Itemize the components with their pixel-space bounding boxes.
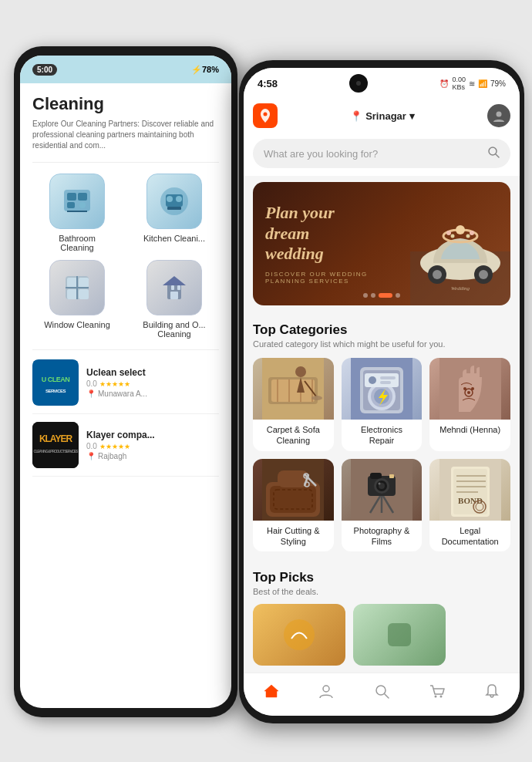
- svg-point-106: [376, 686, 386, 695]
- back-vendor-klayer[interactable]: KLAYER CLEANING & PRODUCT SERVICES Klaye…: [32, 422, 219, 477]
- svg-point-30: [264, 113, 268, 116]
- cat-carpet-sofa-label: Carpet & SofaCleaning: [262, 420, 325, 451]
- top-categories-subtitle: Curated category list which might be use…: [253, 339, 510, 349]
- svg-point-56: [311, 396, 322, 400]
- svg-line-107: [385, 694, 389, 698]
- svg-point-71: [471, 387, 474, 390]
- cat-electronics[interactable]: ElectronicsRepair: [342, 358, 423, 451]
- cat-hair[interactable]: Hair Cutting &Styling: [253, 459, 334, 552]
- back-vendor-klayer-stars: ★★★★★: [99, 443, 130, 450]
- svg-text:Wedding: Wedding: [451, 285, 470, 292]
- svg-rect-65: [380, 376, 396, 379]
- front-avatar[interactable]: [487, 104, 510, 127]
- svg-rect-26: [32, 422, 79, 468]
- svg-rect-21: [171, 285, 174, 290]
- cat-hair-img: [253, 459, 334, 521]
- cat-hair-label: Hair Cutting &Styling: [262, 521, 324, 552]
- banner-dot-4[interactable]: [396, 293, 400, 298]
- front-time: 4:58: [258, 78, 278, 89]
- svg-rect-86: [370, 473, 382, 479]
- location-name: Srinagar: [365, 110, 406, 122]
- svg-point-108: [434, 696, 436, 698]
- back-description: Explore Our Cleaning Partners: Discover …: [32, 119, 219, 151]
- back-vendor-klayer-location: 📍Rajbagh: [86, 452, 219, 460]
- svg-rect-22: [177, 285, 180, 290]
- svg-text:SERVICES: SERVICES: [45, 389, 66, 393]
- cat-legal[interactable]: BOND LegalDocumentation: [429, 459, 510, 552]
- back-vendor-klayer-name: Klayer compa...: [86, 430, 219, 440]
- cat-mehndi-img: [429, 358, 510, 420]
- svg-point-105: [323, 686, 329, 692]
- banner-dot-1[interactable]: [363, 293, 368, 298]
- bottom-nav-cart[interactable]: [409, 683, 465, 703]
- bell-icon: [483, 683, 500, 703]
- bottom-nav-search[interactable]: [354, 683, 409, 703]
- back-vendor-uclean-rating: 0.0 ★★★★★: [86, 379, 219, 388]
- svg-point-41: [456, 225, 465, 234]
- svg-point-70: [463, 387, 466, 390]
- front-scroll-area[interactable]: Plan your dream wedding DISCOVER OUR WED…: [244, 176, 520, 673]
- svg-point-8: [167, 196, 173, 202]
- back-vendor-uclean-info: Uclean select 0.0 ★★★★★ 📍Munawara A...: [86, 367, 219, 398]
- back-battery: ⚡78%: [191, 65, 219, 75]
- back-cat-bathroom[interactable]: BathroomCleaning: [32, 174, 122, 252]
- cat-legal-label: LegalDocumentation: [437, 521, 503, 552]
- cat-mehndi[interactable]: Mehndi (Henna): [429, 358, 510, 451]
- back-cat-kitchen-label: Kitchen Cleani...: [143, 234, 205, 243]
- svg-rect-103: [388, 623, 411, 646]
- bottom-nav-notifications[interactable]: [464, 683, 520, 703]
- svg-rect-20: [170, 292, 178, 299]
- back-cat-building[interactable]: Building and O...Cleaning: [130, 260, 219, 339]
- app-logo[interactable]: [253, 103, 278, 128]
- banner-dots: [363, 293, 400, 298]
- front-search-placeholder: What are you looking for?: [264, 148, 481, 160]
- svg-rect-76: [278, 470, 308, 487]
- svg-rect-1: [67, 193, 76, 201]
- alarm-icon: ⏰: [439, 79, 449, 88]
- cat-photography-label: Photography &Films: [349, 521, 415, 552]
- banner-dot-3[interactable]: [379, 293, 392, 298]
- battery-icon: 79%: [490, 79, 506, 88]
- cat-photography[interactable]: Photography &Films: [342, 459, 423, 552]
- back-status-bar: 5:00 ⚡78%: [20, 56, 231, 83]
- svg-point-9: [176, 196, 182, 202]
- svg-point-54: [295, 366, 306, 377]
- svg-rect-0: [64, 190, 90, 211]
- back-vendor-uclean-location: 📍Munawara A...: [86, 389, 219, 398]
- back-cat-bathroom-icon: [49, 174, 105, 229]
- front-banner[interactable]: Plan your dream wedding DISCOVER OUR WED…: [253, 182, 510, 305]
- front-nav: 📍 Srinagar ▾: [244, 99, 520, 133]
- svg-point-69: [467, 391, 470, 394]
- banner-image: Wedding: [410, 182, 510, 305]
- cat-carpet-sofa[interactable]: Carpet & SofaCleaning: [253, 358, 334, 451]
- svg-rect-12: [67, 278, 77, 288]
- signal-icon: 📶: [478, 79, 487, 88]
- banner-dot-2[interactable]: [371, 293, 375, 298]
- front-search-input[interactable]: What are you looking for?: [253, 139, 510, 168]
- svg-text:U CLEAN: U CLEAN: [42, 376, 70, 383]
- top-picks-row[interactable]: [253, 604, 510, 673]
- banner-heading: Plan your dream wedding: [265, 203, 398, 264]
- back-vendor-uclean[interactable]: U CLEAN SERVICES Uclean select 0.0 ★★★★★…: [32, 359, 219, 414]
- back-cat-window[interactable]: Window Cleaning: [32, 260, 122, 339]
- bottom-nav-home[interactable]: [244, 683, 299, 703]
- banner-line2: dream: [265, 224, 309, 243]
- pick-card-2[interactable]: [353, 604, 446, 666]
- cat-legal-img: BOND: [429, 459, 510, 521]
- svg-rect-14: [67, 289, 77, 299]
- cat-electronics-label: ElectronicsRepair: [356, 420, 407, 451]
- bottom-nav-profile[interactable]: [299, 683, 355, 703]
- chevron-down-icon: ▾: [409, 110, 415, 122]
- front-search-bar: What are you looking for?: [244, 133, 520, 176]
- back-content: Cleaning Explore Our Cleaning Partners: …: [20, 83, 231, 495]
- front-bottom-nav: [244, 673, 520, 716]
- back-divider: [32, 162, 219, 163]
- pick-card-1[interactable]: [253, 604, 345, 666]
- svg-point-4: [79, 202, 86, 208]
- svg-point-90: [378, 482, 380, 484]
- front-location[interactable]: 📍 Srinagar ▾: [284, 110, 481, 122]
- back-cat-kitchen[interactable]: Kitchen Cleani...: [130, 174, 219, 252]
- front-phone: 4:58 ⏰ 0.00KBs ≋ 📶 79% 📍 Sri: [239, 60, 524, 723]
- search-nav-icon: [373, 683, 390, 703]
- top-picks-title: Top Picks: [253, 570, 510, 585]
